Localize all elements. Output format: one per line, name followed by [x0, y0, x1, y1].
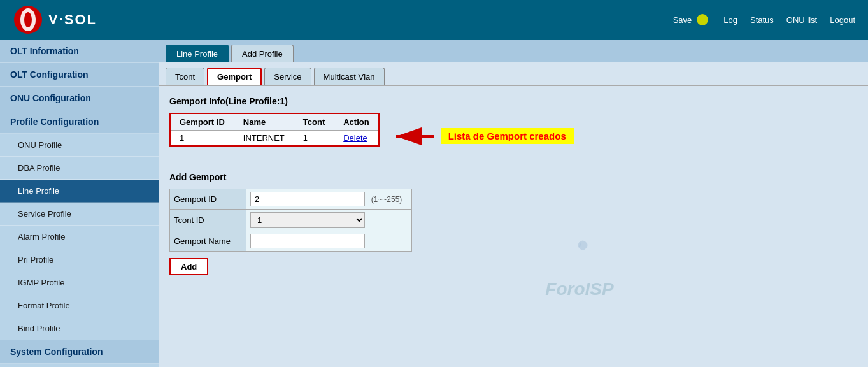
main-content: Line Profile Add Profile Tcont Gemport S… [159, 40, 868, 367]
sidebar-item-olt-information[interactable]: OLT Information [0, 40, 159, 63]
sidebar-item-system-configuration[interactable]: System Configuration [0, 340, 159, 364]
col-action: Action [334, 113, 379, 131]
sidebar-item-alarm-profile[interactable]: Alarm Profile [0, 226, 159, 248]
logo-text: V·SOL [48, 11, 97, 28]
tab-multicast-vlan[interactable]: Multicast Vlan [314, 68, 385, 85]
tab-gemport[interactable]: Gemport [207, 68, 262, 85]
cell-name: INTERNET [234, 131, 294, 147]
sidebar-item-profile-configuration[interactable]: Profile Configuration [0, 110, 159, 134]
sidebar-item-format-profile[interactable]: Format Profile [0, 294, 159, 317]
gemport-name-cell [246, 231, 412, 252]
header-right: Save Log Status ONU list Logout [673, 14, 855, 25]
tab-tcont[interactable]: Tcont [166, 68, 204, 85]
sidebar-item-onu-configuration[interactable]: ONU Configuration [0, 87, 159, 110]
table-row: 1 INTERNET 1 Delete [170, 131, 379, 147]
sidebar: OLT Information OLT Configuration ONU Co… [0, 40, 159, 367]
gemport-name-label: Gemport Name [170, 231, 246, 252]
sidebar-item-bind-profile[interactable]: Bind Profile [0, 317, 159, 340]
annotation-label: Lista de Gemport creados [441, 128, 574, 144]
main-layout: OLT Information OLT Configuration ONU Co… [0, 40, 868, 367]
watermark-text: ForoISP [529, 279, 630, 299]
tcont-id-cell: 1 2 3 [246, 210, 412, 231]
gemport-id-cell: (1~~255) [246, 189, 412, 210]
form-row-gemport-id: Gemport ID (1~~255) [170, 189, 412, 210]
delete-link[interactable]: Delete [343, 133, 367, 143]
col-name: Name [234, 113, 294, 131]
gemport-id-input[interactable] [250, 192, 365, 206]
section-title: Gemport Info(Line Profile:1) [169, 96, 858, 106]
add-button[interactable]: Add [169, 258, 208, 275]
inner-tab-bar: Tcont Gemport Service Multicast Vlan [159, 62, 868, 86]
sidebar-item-igmp-profile[interactable]: IGMP Profile [0, 271, 159, 294]
save-area: Save [673, 14, 709, 25]
tcont-id-select[interactable]: 1 2 3 [250, 212, 365, 228]
content-area: ForoISP Gemport Info(Line Profile:1) Gem… [159, 86, 868, 285]
status-indicator [697, 14, 708, 25]
col-tcont: Tcont [294, 113, 334, 131]
sidebar-item-olt-configuration[interactable]: OLT Configuration [0, 63, 159, 87]
sidebar-item-service-profile[interactable]: Service Profile [0, 203, 159, 226]
cell-tcont: 1 [294, 131, 334, 147]
annotation-container: Lista de Gemport creados [390, 124, 574, 149]
header-nav: Log Status ONU list Logout [723, 15, 855, 25]
cell-gemport-id: 1 [170, 131, 234, 147]
form-row-tcont-id: Tcont ID 1 2 3 [170, 210, 412, 231]
sidebar-item-dba-profile[interactable]: DBA Profile [0, 157, 159, 180]
sidebar-item-line-profile[interactable]: Line Profile [0, 180, 159, 203]
logo: V·SOL [13, 4, 97, 35]
gemport-name-input[interactable] [250, 234, 365, 248]
form-row-gemport-name: Gemport Name [170, 231, 412, 252]
sidebar-item-pri-profile[interactable]: Pri Profile [0, 248, 159, 271]
gemport-id-label: Gemport ID [170, 189, 246, 210]
vsol-logo-icon [13, 4, 43, 35]
status-link[interactable]: Status [750, 15, 774, 25]
watermark: ForoISP [529, 239, 630, 299]
add-section-title: Add Gemport [169, 172, 858, 182]
col-gemport-id: Gemport ID [170, 113, 234, 131]
save-label[interactable]: Save [673, 15, 692, 25]
onu-list-link[interactable]: ONU list [786, 15, 817, 25]
tab-add-profile[interactable]: Add Profile [231, 45, 294, 62]
log-link[interactable]: Log [723, 15, 737, 25]
header: V·SOL Save Log Status ONU list Logout [0, 0, 868, 40]
tab-service[interactable]: Service [264, 68, 311, 85]
tab-line-profile[interactable]: Line Profile [166, 45, 229, 62]
tcont-id-label: Tcont ID [170, 210, 246, 231]
outer-tab-bar: Line Profile Add Profile [159, 40, 868, 62]
cell-action: Delete [334, 131, 379, 147]
gemport-table: Gemport ID Name Tcont Action 1 INTERNET … [169, 113, 380, 147]
gemport-id-hint: (1~~255) [371, 195, 402, 204]
add-gemport-form: Gemport ID (1~~255) Tcont ID 1 2 3 [169, 189, 412, 252]
logout-button[interactable]: Logout [830, 15, 855, 25]
arrow-icon [390, 124, 441, 149]
sidebar-item-onu-profile[interactable]: ONU Profile [0, 134, 159, 157]
svg-point-2 [24, 12, 32, 27]
